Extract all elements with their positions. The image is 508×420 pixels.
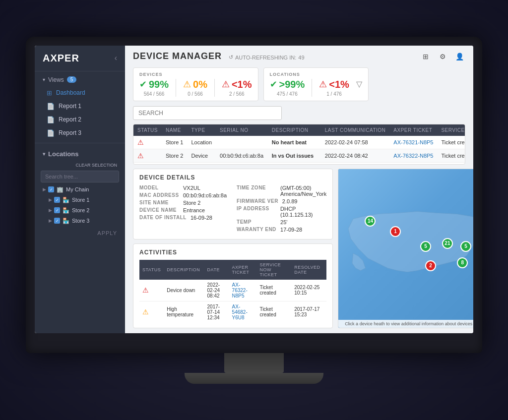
map-marker-5[interactable]: 2 (425, 260, 436, 271)
monitor: AXPER ‹ ▾ Views 5 ⊞ Dashboard 📄 Report 1 (26, 37, 482, 384)
cell-service: Ticket created (437, 162, 465, 165)
sidebar-collapse-icon[interactable]: ‹ (115, 54, 117, 62)
col-status: STATUS (133, 124, 162, 136)
tree-checkbox-store3[interactable]: ✓ (54, 218, 60, 224)
sidebar-nav-item-report3[interactable]: 📄 Report 3 (35, 126, 125, 140)
map-markers-container: 1415215282 (338, 169, 473, 318)
tree-item-mychain[interactable]: ▶ ✓ 🏢 My Chain (35, 184, 125, 195)
stat-divider-3 (312, 79, 312, 97)
dashboard-icon: ⊞ (47, 89, 52, 97)
act-axper-link[interactable]: AX-76322-N8P5 (232, 282, 248, 299)
cell-axper[interactable]: AX-76234-N3V5 (389, 162, 437, 165)
axper-ticket-link[interactable]: AX-76322-N8P5 (393, 153, 433, 159)
detail-label: DEVICE NAME (139, 207, 179, 213)
map-panel: 1415215282 Click a device heath to view … (338, 169, 473, 328)
report3-icon: 📄 (47, 129, 55, 137)
auto-refresh-label: AUTO-REFRESHING IN: (235, 55, 296, 60)
activities-row[interactable]: ⚠ High temperature 2017-07-14 12:34 AX-5… (139, 301, 326, 323)
devices-red-percent: <1% (232, 79, 252, 90)
act-status-icon: ⚠ (142, 308, 149, 316)
cell-service: Ticket created (437, 136, 465, 149)
detail-label: TIME ZONE (237, 185, 276, 197)
views-section-header[interactable]: ▾ Views 5 (35, 71, 125, 86)
stat-divider-2 (214, 79, 215, 97)
tree-arrow-mychain: ▶ (43, 187, 46, 192)
sidebar: AXPER ‹ ▾ Views 5 ⊞ Dashboard 📄 Report 1 (35, 46, 125, 333)
table-row[interactable]: ⚠ Store 1 Location No heart beat 2022-02… (133, 136, 465, 149)
devices-orange-percent: 0% (193, 79, 207, 90)
col-axper: AXPER TICKET (389, 124, 437, 136)
map-marker-4[interactable]: 5 (460, 241, 471, 252)
tree-search-input[interactable]: Search tree... (41, 171, 119, 182)
activities-title: ACTIVITIES (139, 249, 326, 256)
table-row[interactable]: ⚠ Store 2 Device 00:b0:9d:c6:ab:8a In vs… (133, 149, 465, 162)
locations-caret-icon: ▾ (43, 151, 45, 157)
store1-icon: 🏪 (63, 197, 69, 203)
detail-value: 00:b0:9d:c6:ab:8a (183, 192, 227, 198)
tree-checkbox-mychain[interactable]: ✓ (48, 186, 54, 192)
act-description: Device down (164, 280, 204, 301)
grid-view-button[interactable]: ⊞ (420, 51, 432, 62)
act-description: High temperature (164, 301, 204, 323)
sidebar-nav-item-report2[interactable]: 📄 Report 2 (35, 113, 125, 126)
table-row[interactable]: ⚠ Store 3 Device 00:b0:9d:b9:1b:77 Devic… (133, 162, 465, 165)
act-axper[interactable]: AX-76322-N8P5 (229, 280, 257, 301)
settings-button[interactable]: ⚙ (437, 51, 448, 62)
topbar: DEVICE MANAGER ↺ AUTO-REFRESHING IN: 49 … (125, 46, 473, 67)
activities-table: STATUSDESCRIPTIONDATEAXPER TICKETSERVICE… (139, 260, 326, 323)
map-marker-1[interactable]: 1 (390, 226, 401, 237)
col-description: DESCRIPTION (268, 124, 321, 136)
detail-row: TEMP25' (237, 219, 326, 225)
tree-item-store2[interactable]: ▶ ✓ 🏪 Store 2 (35, 205, 125, 216)
axper-ticket-link[interactable]: AX-76321-N8P5 (393, 139, 433, 145)
device-search-input[interactable] (133, 106, 282, 120)
bottom-panels: DEVICE DETAILS MODELVX2ULMAC ADDRESS00:b… (125, 169, 473, 333)
nav-label-report2: Report 2 (59, 116, 81, 123)
detail-value: DHCP (10.1.125.13) (280, 206, 326, 218)
user-profile-button[interactable]: 👤 (453, 51, 465, 62)
topbar-icons: ⊞ ⚙ 👤 (420, 51, 465, 62)
apply-button[interactable]: APPLY (35, 226, 125, 240)
detail-row: IP ADDRESSDHCP (10.1.125.13) (237, 206, 326, 218)
cell-serial: 00:b0:9d:c6:ab:8a (216, 149, 268, 162)
page-title: DEVICE MANAGER (133, 51, 222, 61)
clear-selection-button[interactable]: CLEAR SELECTION (35, 162, 125, 169)
tree-checkbox-store2[interactable]: ✓ (54, 207, 60, 213)
cell-name: Store 3 (162, 162, 187, 165)
filter-icon[interactable]: ▽ (356, 79, 362, 89)
nav-label-dashboard: Dashboard (56, 89, 85, 96)
device-details-left-col: MODELVX2ULMAC ADDRESS00:b0:9d:c6:ab:8aSI… (139, 185, 227, 234)
detail-row: SITE NAMEStore 2 (139, 200, 227, 206)
tree-item-store1[interactable]: ▶ ✓ 🏪 Store 1 (35, 195, 125, 205)
auto-refresh-value: 49 (298, 55, 304, 60)
cell-axper[interactable]: AX-76322-N8P5 (389, 149, 437, 162)
locations-red-sub: 1 / 476 (326, 91, 342, 97)
detail-label: FIRMWARE VER (237, 198, 278, 204)
cell-lastcomm: 2022-02-24 07:58 (321, 136, 390, 149)
tree-checkbox-store1[interactable]: ✓ (54, 197, 60, 203)
devices-stat-group: DEVICES ✔ 99% 564 / 566 (133, 67, 258, 101)
map-marker-3[interactable]: 21 (442, 238, 453, 249)
map-marker-2[interactable]: 5 (420, 241, 431, 252)
tree-arrow-store2: ▶ (49, 208, 52, 213)
device-table: STATUS NAME TYPE SERIAL NO DESCRIPTION L… (133, 124, 465, 165)
locations-label: Locations (48, 150, 78, 158)
act-axper-link[interactable]: AX-54682-Y6U8 (232, 304, 248, 320)
report2-icon: 📄 (47, 116, 55, 123)
locations-section-header[interactable]: ▾ Locations (35, 146, 125, 162)
cell-lastcomm: 2022-02-24 08:42 (321, 149, 390, 162)
activities-row[interactable]: ⚠ Device down 2022-02-24 08:42 AX-76322-… (139, 280, 326, 301)
nav-label-report1: Report 1 (59, 103, 81, 110)
cell-lastcomm: 2022-02-17 09:07 (321, 162, 390, 165)
sidebar-nav-item-report1[interactable]: 📄 Report 1 (35, 100, 125, 113)
cell-axper[interactable]: AX-76321-N8P5 (389, 136, 437, 149)
sidebar-nav-item-dashboard[interactable]: ⊞ Dashboard (35, 86, 125, 100)
map-marker-6[interactable]: 8 (457, 257, 468, 268)
map-marker-0[interactable]: 14 (365, 216, 376, 227)
detail-value: VX2UL (183, 185, 200, 191)
map-caption: Click a device heath to view additional … (338, 320, 473, 328)
tree-item-store3[interactable]: ▶ ✓ 🏪 Store 3 (35, 216, 125, 226)
act-date: 2022-02-24 08:42 (204, 280, 229, 301)
left-panels: DEVICE DETAILS MODELVX2ULMAC ADDRESS00:b… (133, 169, 333, 328)
act-axper[interactable]: AX-54682-Y6U8 (229, 301, 257, 323)
